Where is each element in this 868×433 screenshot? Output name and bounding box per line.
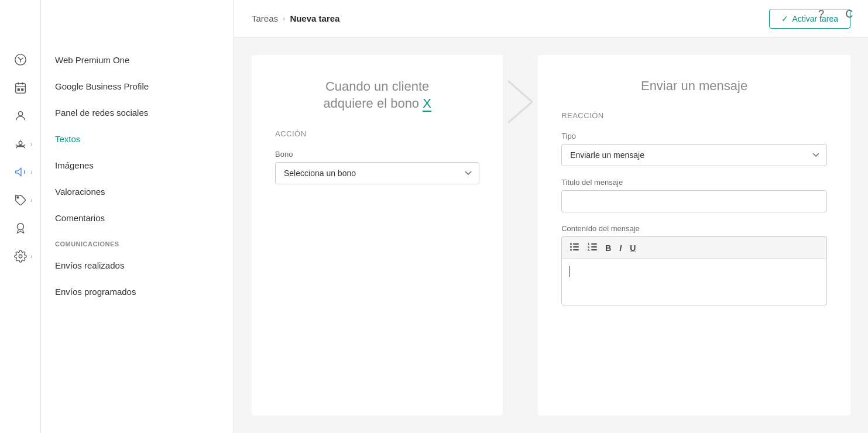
help-button[interactable]: ? — [812, 5, 831, 23]
sidebar-item-social-panel[interactable]: Panel de redes sociales — [41, 99, 234, 126]
svg-point-4 — [19, 141, 22, 145]
sidebar-item-imagenes[interactable]: Imágenes — [41, 152, 234, 178]
contenido-label: Contenído del mensaje — [561, 224, 827, 233]
sidebar-item-envios-programados[interactable]: Envíos programados — [41, 279, 234, 305]
megaphone-badge: › — [30, 169, 32, 176]
reaction-panel: Enviar un mensaje Reacción Tipo Enviarle… — [538, 55, 850, 415]
sidebar-icon-analytics[interactable] — [6, 47, 35, 73]
svg-rect-0 — [15, 84, 25, 94]
icon-sidebar: › › › › — [0, 0, 41, 433]
action-bono-x: X — [423, 96, 431, 112]
sidebar-item-envios-realizados[interactable]: Envíos realizados — [41, 252, 234, 279]
nav-sidebar: Web Premium One Google Business Profile … — [41, 0, 234, 433]
sidebar-icon-person[interactable] — [6, 103, 35, 129]
toolbar-ul-button[interactable] — [567, 240, 583, 255]
titulo-form-group: Titulo del mensaje — [561, 178, 827, 212]
money-badge: › — [30, 141, 32, 147]
toolbar-ol-button[interactable]: 1. 2. 3. — [584, 240, 601, 255]
toolbar-bold-button[interactable]: B — [602, 240, 615, 255]
breadcrumb-parent[interactable]: Tareas — [252, 13, 278, 23]
svg-point-10 — [570, 246, 572, 248]
header: Tareas › Nueva tarea ✓ Activar tarea — [234, 0, 868, 37]
svg-rect-15 — [591, 243, 597, 245]
sidebar-icon-megaphone[interactable]: › — [6, 159, 35, 185]
sidebar-item-web-premium[interactable]: Web Premium One — [41, 47, 234, 73]
sidebar-icon-settings[interactable]: › — [6, 243, 35, 269]
titulo-input[interactable] — [561, 190, 827, 212]
toolbar-underline-button[interactable]: U — [626, 240, 639, 255]
sidebar-item-valoraciones[interactable]: Valoraciones — [41, 178, 234, 205]
action-subtitle: Acción — [275, 129, 479, 138]
tipo-form-group: Tipo Enviarle un mensaje Enviarle un ema… — [561, 132, 827, 166]
sidebar-icon-calendar[interactable] — [6, 75, 35, 101]
action-panel-title: Cuando un cliente adquiere el bono X — [275, 78, 479, 112]
bono-select[interactable]: Selecciona un bono Bono A Bono B — [275, 162, 479, 184]
svg-point-7 — [19, 255, 22, 258]
svg-point-12 — [570, 249, 572, 251]
svg-rect-9 — [573, 243, 579, 245]
action-title-part1: Cuando un cliente — [325, 79, 429, 94]
svg-point-6 — [17, 224, 23, 230]
settings-badge: › — [30, 253, 32, 260]
tipo-label: Tipo — [561, 132, 827, 140]
titulo-label: Titulo del mensaje — [561, 178, 827, 187]
user-button[interactable]: C — [840, 5, 859, 23]
svg-point-5 — [17, 197, 19, 198]
svg-point-3 — [18, 112, 22, 116]
bono-form-group: Bono Selecciona un bono Bono A Bono B — [275, 150, 479, 184]
svg-rect-17 — [591, 246, 597, 248]
italic-icon: I — [619, 243, 622, 253]
bold-icon: B — [605, 243, 611, 253]
breadcrumb-separator: › — [283, 14, 285, 23]
svg-point-8 — [570, 243, 572, 245]
text-cursor — [569, 266, 569, 277]
tipo-select[interactable]: Enviarle un mensaje Enviarle un email No… — [561, 144, 827, 166]
svg-rect-11 — [573, 246, 579, 248]
svg-rect-19 — [591, 249, 597, 250]
svg-text:3.: 3. — [588, 248, 591, 251]
action-title-part2: adquiere el bono — [323, 96, 419, 111]
sidebar-item-textos[interactable]: Textos — [41, 126, 234, 152]
svg-rect-2 — [21, 89, 23, 91]
sidebar-item-comentarios[interactable]: Comentarios — [41, 205, 234, 231]
contenido-form-group: Contenído del mensaje — [561, 224, 827, 305]
toolbar-italic-button[interactable]: I — [616, 240, 625, 255]
panel-arrow — [503, 78, 538, 125]
main-content: Tareas › Nueva tarea ✓ Activar tarea Cua… — [234, 0, 868, 433]
sidebar-icon-award[interactable] — [6, 215, 35, 241]
check-icon: ✓ — [781, 14, 788, 23]
tag-badge: › — [30, 197, 32, 204]
underline-icon: U — [630, 243, 636, 253]
breadcrumb-current: Nueva tarea — [290, 13, 339, 23]
svg-rect-13 — [573, 249, 579, 250]
reaction-subtitle: Reacción — [561, 111, 827, 120]
richtext-toolbar: 1. 2. 3. B I — [561, 236, 827, 259]
bono-label: Bono — [275, 150, 479, 159]
sidebar-icon-money[interactable]: › — [6, 131, 35, 157]
svg-rect-1 — [18, 89, 19, 91]
content-area: Cuando un cliente adquiere el bono X Acc… — [234, 37, 868, 433]
action-panel: Cuando un cliente adquiere el bono X Acc… — [252, 55, 503, 415]
reaction-panel-title: Enviar un mensaje — [561, 78, 827, 94]
richtext-content[interactable] — [561, 259, 827, 305]
sidebar-item-google-business[interactable]: Google Business Profile — [41, 73, 234, 99]
comunicaciones-section-label: COMUNICACIONES — [41, 231, 234, 252]
sidebar-icon-tag[interactable]: › — [6, 187, 35, 213]
breadcrumb: Tareas › Nueva tarea — [252, 13, 339, 23]
